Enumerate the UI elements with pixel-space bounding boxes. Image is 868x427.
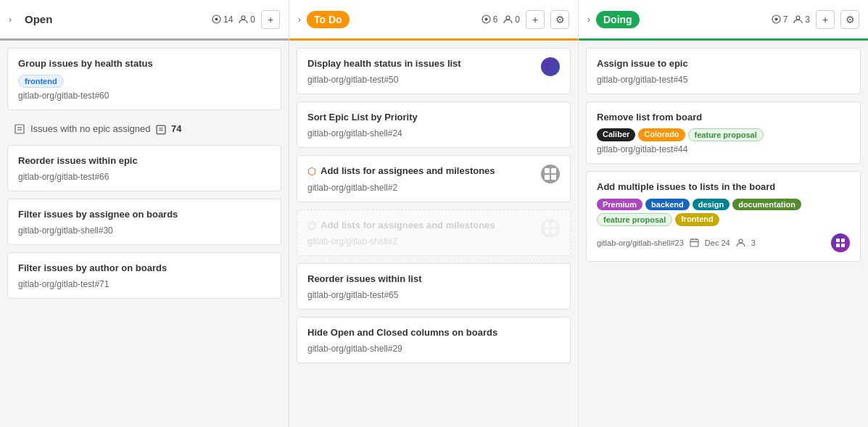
avatar bbox=[541, 57, 560, 76]
issue-ref: gitlab-org/gitlab-shell#30 bbox=[18, 225, 270, 236]
issue-ref: gitlab-org/gitlab-shell#23 bbox=[597, 239, 684, 247]
card-title: Remove list from board bbox=[597, 111, 850, 124]
issue-ref: gitlab-org/gitlab-test#66 bbox=[18, 172, 270, 182]
card-right-ghost bbox=[541, 219, 560, 238]
tag-frontend2[interactable]: frontend bbox=[675, 213, 719, 226]
card-reorder[interactable]: Reorder issues within epic gitlab-org/gi… bbox=[7, 145, 281, 191]
card-add-lists-ghost: ⬡ Add lists for assignees and milestones… bbox=[297, 210, 571, 256]
kanban-board: › Open 14 0 + Group issues by health sta… bbox=[0, 0, 868, 427]
avatar-inner bbox=[835, 238, 846, 248]
tag-feature-proposal[interactable]: feature proposal bbox=[688, 128, 764, 141]
calendar-icon bbox=[690, 238, 699, 247]
tags-row: Caliber Colorado feature proposal bbox=[597, 128, 850, 144]
tag-backend[interactable]: backend bbox=[645, 199, 690, 210]
drag-icon: ⬡ bbox=[307, 165, 316, 177]
card-assign-epic[interactable]: Assign issue to epic gitlab-org/gitlab-t… bbox=[586, 48, 861, 94]
todo-settings-button[interactable]: ⚙ bbox=[550, 10, 569, 29]
issue-ref-ghost: gitlab-org/gitlab-shell#2 bbox=[307, 236, 535, 246]
issue-ref: gitlab-org/gitlab-shell#29 bbox=[307, 344, 560, 354]
todo-toggle[interactable]: › bbox=[298, 14, 301, 25]
card-title: Display health status in issues list bbox=[307, 57, 535, 70]
todo-meta: 6 0 + ⚙ bbox=[481, 10, 569, 29]
tag-documentation[interactable]: documentation bbox=[732, 199, 801, 210]
todo-add-button[interactable]: + bbox=[526, 10, 545, 29]
grid-dot bbox=[545, 223, 550, 228]
svg-point-13 bbox=[774, 18, 777, 21]
tag-premium[interactable]: Premium bbox=[597, 199, 642, 210]
card-row: ⬡ Add lists for assignees and milestones… bbox=[307, 165, 560, 192]
section-count: 74 bbox=[156, 123, 181, 135]
svg-rect-15 bbox=[690, 239, 698, 246]
section-icon bbox=[15, 124, 25, 134]
issue-icon bbox=[772, 14, 781, 24]
card-title: Reorder issues within list bbox=[307, 273, 560, 286]
open-issue-count: 14 bbox=[212, 14, 233, 25]
card-title: Add multiple issues to lists in the boar… bbox=[597, 181, 850, 194]
doing-add-button[interactable]: + bbox=[816, 10, 835, 29]
tag-frontend[interactable]: frontend bbox=[18, 75, 64, 88]
issue-icon bbox=[212, 14, 221, 24]
avatar-dots bbox=[831, 233, 850, 252]
column-header-todo: › To Do 6 0 + ⚙ bbox=[289, 0, 578, 41]
grid-dot bbox=[551, 168, 556, 173]
user-icon bbox=[239, 14, 248, 24]
tag-caliber[interactable]: Caliber bbox=[597, 128, 635, 141]
card-right bbox=[541, 57, 560, 76]
card-right bbox=[541, 165, 560, 183]
grid-dot bbox=[551, 175, 556, 180]
doing-settings-button[interactable]: ⚙ bbox=[840, 10, 859, 29]
card-left-ghost: ⬡ Add lists for assignees and milestones… bbox=[307, 219, 535, 246]
grid-dot bbox=[551, 223, 556, 228]
svg-point-14 bbox=[796, 16, 800, 20]
card-filter-assignee[interactable]: Filter issues by assignee on boards gitl… bbox=[7, 199, 281, 245]
card-remove-list[interactable]: Remove list from board Caliber Colorado … bbox=[586, 101, 861, 164]
tag-colorado[interactable]: Colorado bbox=[638, 128, 685, 141]
issue-ref: gitlab-org/gitlab-shell#24 bbox=[307, 128, 560, 138]
section-issue-icon bbox=[156, 125, 166, 135]
card-title: Filter issues by assignee on boards bbox=[18, 208, 270, 221]
tags-row: frontend bbox=[18, 75, 270, 91]
avatar-grid-ghost bbox=[541, 219, 560, 238]
grid-dot bbox=[551, 229, 556, 234]
tag-design[interactable]: design bbox=[693, 199, 729, 210]
open-title: Open bbox=[17, 10, 59, 28]
card-add-lists-active[interactable]: ⬡ Add lists for assignees and milestones… bbox=[297, 155, 571, 202]
card-left: Display health status in issues list git… bbox=[307, 57, 535, 85]
card-title: Reorder issues within epic bbox=[18, 154, 270, 167]
card-reorder-list[interactable]: Reorder issues within list gitlab-org/gi… bbox=[297, 263, 571, 310]
card-row: Display health status in issues list git… bbox=[307, 57, 560, 85]
open-add-button[interactable]: + bbox=[261, 10, 280, 29]
card-group-issues[interactable]: Group issues by health status frontend g… bbox=[7, 48, 281, 110]
drag-icon-ghost: ⬡ bbox=[307, 220, 316, 231]
doing-toggle[interactable]: › bbox=[587, 14, 590, 25]
issue-ref: gitlab-org/gitlab-test#50 bbox=[307, 75, 535, 85]
card-add-multiple[interactable]: Add multiple issues to lists in the boar… bbox=[586, 171, 861, 261]
todo-title: To Do bbox=[307, 11, 350, 28]
card-display-health[interactable]: Display health status in issues list git… bbox=[297, 48, 571, 94]
issue-ref: gitlab-org/gitlab-test#44 bbox=[597, 144, 850, 154]
card-filter-author[interactable]: Filter issues by author on boards gitlab… bbox=[7, 252, 281, 299]
todo-user-count: 0 bbox=[503, 14, 520, 25]
svg-point-19 bbox=[739, 239, 743, 243]
todo-issue-count: 6 bbox=[481, 14, 498, 25]
column-todo: › To Do 6 0 + ⚙ Display health statu bbox=[289, 0, 579, 427]
issue-ref: gitlab-org/gitlab-test#45 bbox=[597, 75, 850, 85]
svg-point-1 bbox=[215, 18, 218, 21]
card-sort-epic[interactable]: Sort Epic List by Priority gitlab-org/gi… bbox=[297, 101, 571, 148]
issue-ref: gitlab-org/gitlab-test#60 bbox=[18, 91, 270, 101]
card-title: Sort Epic List by Priority bbox=[307, 111, 560, 124]
tag-feature-proposal2[interactable]: feature proposal bbox=[597, 213, 672, 226]
avatar-grid bbox=[541, 165, 560, 183]
svg-rect-3 bbox=[15, 125, 24, 133]
svg-point-2 bbox=[241, 16, 245, 20]
todo-column-body: Display health status in issues list git… bbox=[289, 41, 578, 427]
card-row-ghost: ⬡ Add lists for assignees and milestones… bbox=[307, 219, 560, 246]
open-toggle[interactable]: › bbox=[9, 14, 12, 25]
open-user-count: 0 bbox=[239, 14, 255, 25]
open-meta: 14 0 + bbox=[212, 10, 280, 29]
grid-dot bbox=[545, 175, 550, 180]
column-open: › Open 14 0 + Group issues by health sta… bbox=[0, 0, 289, 427]
card-hide-open[interactable]: Hide Open and Closed columns on boards g… bbox=[297, 317, 571, 363]
issue-ref: gitlab-org/gitlab-test#71 bbox=[18, 279, 270, 289]
column-doing: › Doing 7 3 + ⚙ Assign issue to epic git… bbox=[579, 0, 868, 427]
